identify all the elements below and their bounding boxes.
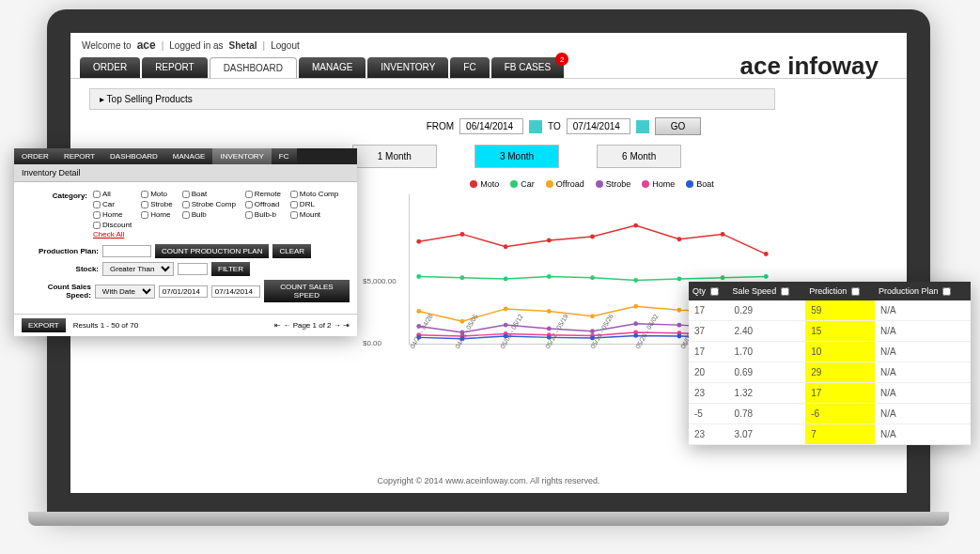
check-all-link[interactable]: Check All [93, 230, 124, 239]
tab-report[interactable]: REPORT [142, 57, 208, 78]
category-checkbox[interactable]: Home [93, 210, 132, 219]
checkbox[interactable] [290, 201, 298, 208]
col-production-plan[interactable]: Production Plan [875, 282, 971, 300]
category-checkbox[interactable]: DRL [290, 200, 338, 208]
tab-fb-cases[interactable]: FB CASES2 [491, 57, 564, 78]
table-row[interactable]: 170.2959N/A [689, 300, 971, 321]
checkbox[interactable] [93, 222, 101, 229]
col-prediction[interactable]: Prediction [805, 282, 875, 300]
tab-manage[interactable]: MANAGE [299, 57, 366, 78]
legend-item[interactable]: Car [510, 179, 535, 189]
category-checkbox[interactable]: Offroad [245, 200, 281, 208]
footer: Copyright © 2014 www.aceinfoway.com. All… [70, 476, 907, 485]
header-checkbox[interactable] [851, 287, 860, 296]
calendar-icon[interactable] [636, 120, 649, 133]
category-label-text: Car [102, 200, 115, 208]
legend-item[interactable]: Moto [470, 179, 499, 189]
header-checkbox[interactable] [710, 287, 719, 296]
stock-select[interactable]: Greater Than [102, 262, 174, 276]
table-row[interactable]: 171.7010N/A [689, 342, 971, 362]
go-button[interactable]: GO [655, 117, 702, 135]
checkbox[interactable] [182, 191, 190, 198]
category-checkbox[interactable]: Moto [141, 190, 173, 198]
checkbox[interactable] [245, 201, 253, 208]
category-checkbox[interactable]: All [93, 190, 132, 198]
category-checkbox[interactable]: Home [141, 210, 173, 219]
calendar-icon[interactable] [529, 120, 542, 133]
inv-tab-fc[interactable]: FC [272, 148, 297, 164]
legend-label: Moto [480, 179, 499, 189]
panel-title[interactable]: ▸ Top Selling Products [89, 88, 775, 110]
to-date-input[interactable] [567, 118, 630, 134]
checkbox[interactable] [141, 191, 148, 198]
inv-tab-report[interactable]: REPORT [56, 148, 102, 164]
checkbox[interactable] [290, 191, 298, 198]
export-button[interactable]: EXPORT [22, 318, 66, 332]
sales-speed-select[interactable]: With Date [95, 285, 155, 299]
table-row[interactable]: 372.4015N/A [689, 321, 971, 342]
svg-point-31 [590, 329, 595, 333]
pager[interactable]: ⇤ ← Page 1 of 2 → ⇥ [274, 321, 350, 330]
col-qty[interactable]: Qty [689, 282, 729, 300]
checkbox[interactable] [245, 211, 253, 219]
inv-tab-order[interactable]: ORDER [14, 148, 56, 164]
count-production-button[interactable]: COUNT PRODUCTION PLAN [155, 244, 269, 258]
legend-item[interactable]: Home [642, 179, 675, 189]
inv-tab-inventory[interactable]: INVENTORY [212, 148, 271, 164]
category-checkbox[interactable]: Boat [182, 190, 236, 198]
legend-item[interactable]: Strobe [596, 179, 631, 189]
checkbox[interactable] [93, 211, 101, 219]
checkbox[interactable] [93, 191, 101, 198]
svg-point-10 [459, 275, 464, 280]
category-checkbox[interactable]: Discount [93, 221, 132, 229]
cell-qty: -5 [689, 404, 729, 424]
category-checkbox[interactable]: Bulb [182, 210, 236, 219]
header-checkbox[interactable] [781, 287, 789, 296]
category-checkbox[interactable]: Car [93, 200, 132, 208]
category-checkbox[interactable]: Moto Comp [290, 190, 338, 198]
checkbox[interactable] [290, 211, 298, 219]
checkbox[interactable] [141, 211, 148, 219]
legend-item[interactable]: Boat [686, 179, 714, 189]
table-row[interactable]: 231.3217N/A [689, 383, 971, 404]
clear-button[interactable]: CLEAR [272, 244, 311, 258]
inv-tab-manage[interactable]: MANAGE [165, 148, 213, 164]
range-1-month[interactable]: 1 Month [352, 145, 437, 168]
cell-qty: 17 [689, 300, 729, 321]
range-6-month[interactable]: 6 Month [597, 145, 681, 168]
legend-dot [686, 180, 693, 188]
category-checkbox[interactable]: Mount [290, 210, 338, 219]
production-plan-input[interactable] [102, 245, 151, 257]
date1-input[interactable] [159, 285, 208, 298]
stock-value-input[interactable] [178, 263, 208, 275]
checkbox[interactable] [245, 191, 253, 198]
tab-dashboard[interactable]: DASHBOARD [210, 57, 297, 78]
header-checkbox[interactable] [942, 287, 951, 296]
svg-point-29 [504, 323, 508, 328]
col-sale-speed[interactable]: Sale Speed [729, 282, 806, 300]
tab-inventory[interactable]: INVENTORY [367, 57, 448, 78]
from-date-input[interactable] [459, 118, 523, 134]
svg-point-0 [416, 239, 421, 244]
checkbox[interactable] [182, 201, 190, 208]
checkbox[interactable] [93, 201, 101, 208]
table-row[interactable]: 233.077N/A [689, 424, 971, 445]
checkbox[interactable] [141, 201, 148, 208]
inv-tab-dashboard[interactable]: DASHBOARD [102, 148, 165, 164]
category-checkbox[interactable]: Bulb-b [245, 210, 281, 219]
tab-fc[interactable]: FC [450, 57, 489, 78]
range-3-month[interactable]: 3 Month [474, 145, 559, 168]
category-checkbox[interactable]: Strobe Comp [182, 200, 236, 208]
checkbox[interactable] [182, 211, 190, 219]
category-checkbox[interactable]: Strobe [141, 200, 173, 208]
filter-button[interactable]: FILTER [211, 262, 250, 276]
count-sales-speed-button[interactable]: COUNT SALES SPEED [264, 280, 350, 302]
legend-item[interactable]: Offroad [546, 179, 584, 189]
category-checkbox[interactable]: Remote [245, 190, 281, 198]
table-row[interactable]: -50.78-6N/A [689, 404, 971, 424]
table-row[interactable]: 200.6929N/A [689, 362, 971, 383]
logout-link[interactable]: Logout [271, 40, 300, 51]
tab-order[interactable]: ORDER [80, 57, 140, 78]
category-label-text: Offroad [255, 200, 280, 208]
date2-input[interactable] [211, 285, 260, 298]
